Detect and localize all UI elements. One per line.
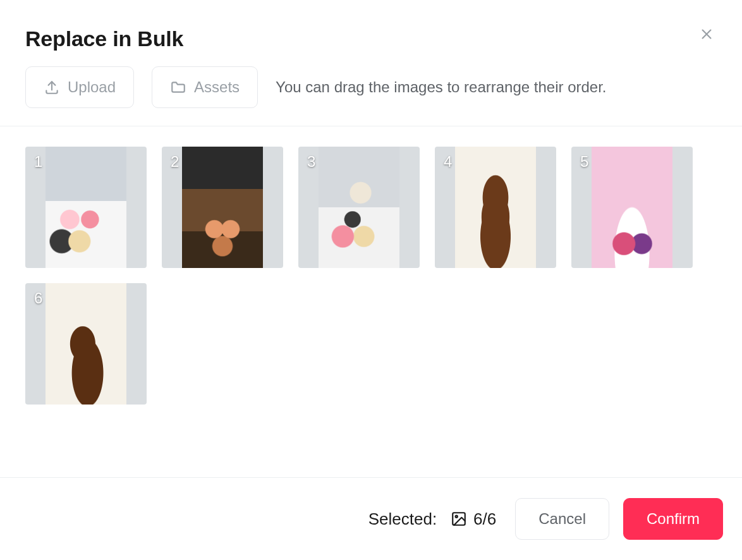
confirm-button-label: Confirm <box>647 510 700 528</box>
upload-icon <box>44 79 60 95</box>
replace-in-bulk-modal: Replace in Bulk Upload Assets You can dr… <box>0 0 742 560</box>
image-grid-container: 1 2 3 4 5 6 <box>0 126 742 477</box>
folder-icon <box>170 79 186 95</box>
close-button[interactable] <box>696 24 717 44</box>
modal-title: Replace in Bulk <box>25 27 717 51</box>
thumbnail-index: 5 <box>580 153 588 171</box>
thumbnail-image <box>319 147 399 268</box>
modal-footer: Selected: 6/6 Cancel Confirm <box>0 477 742 560</box>
thumbnail-image <box>182 147 263 268</box>
image-grid: 1 2 3 4 5 6 <box>25 147 717 405</box>
image-thumbnail[interactable]: 1 <box>25 147 147 268</box>
thumbnail-index: 3 <box>307 153 315 171</box>
upload-button[interactable]: Upload <box>25 66 134 108</box>
thumbnail-image <box>592 147 672 268</box>
close-icon <box>700 27 714 41</box>
thumbnail-index: 4 <box>444 153 452 171</box>
selected-count-text: 6/6 <box>473 509 496 529</box>
modal-header: Replace in Bulk <box>0 0 742 66</box>
assets-button-label: Assets <box>194 78 240 96</box>
selected-label: Selected: <box>368 509 437 529</box>
thumbnail-image <box>46 147 126 268</box>
toolbar: Upload Assets You can drag the images to… <box>0 66 742 126</box>
image-thumbnail[interactable]: 2 <box>162 147 283 268</box>
assets-button[interactable]: Assets <box>152 66 258 108</box>
image-thumbnail[interactable]: 5 <box>571 147 693 268</box>
svg-point-4 <box>456 516 458 518</box>
toolbar-hint: You can drag the images to rearrange the… <box>276 78 606 96</box>
selected-count: 6/6 <box>451 509 496 529</box>
thumbnail-index: 2 <box>171 153 179 171</box>
thumbnail-index: 1 <box>34 153 42 171</box>
cancel-button[interactable]: Cancel <box>515 498 609 540</box>
thumbnail-image <box>455 147 536 268</box>
cancel-button-label: Cancel <box>538 510 586 528</box>
image-icon <box>451 511 467 527</box>
thumbnail-image <box>46 283 126 405</box>
upload-button-label: Upload <box>68 78 116 96</box>
confirm-button[interactable]: Confirm <box>623 498 723 540</box>
image-thumbnail[interactable]: 4 <box>435 147 556 268</box>
thumbnail-index: 6 <box>34 289 42 307</box>
image-thumbnail[interactable]: 6 <box>25 283 147 405</box>
image-thumbnail[interactable]: 3 <box>298 147 420 268</box>
